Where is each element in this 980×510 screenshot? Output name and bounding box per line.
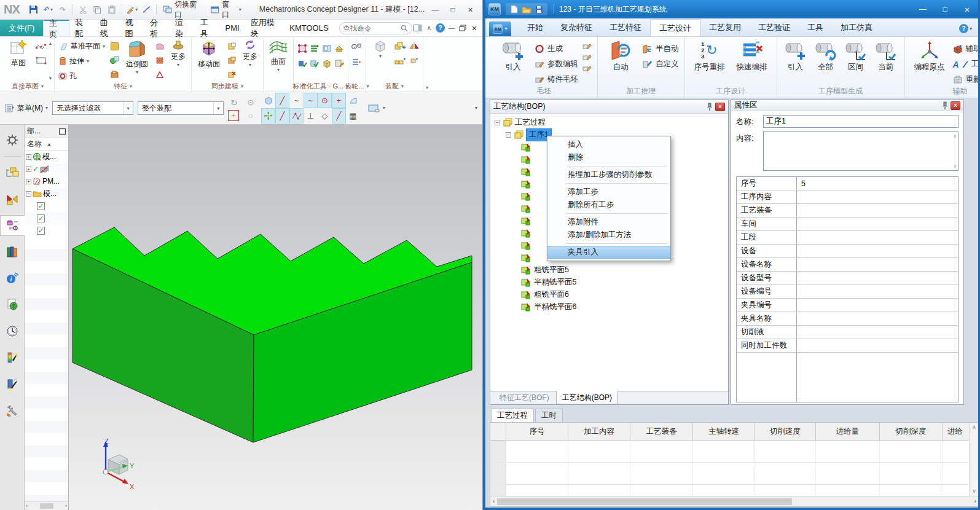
expand-icon[interactable]: +	[26, 179, 31, 184]
search-input[interactable]	[343, 25, 399, 32]
tab-complex-feature[interactable]: 复杂特征	[552, 19, 601, 36]
pattern-component-button[interactable]	[394, 55, 406, 67]
assembly-navigator-icon[interactable]	[2, 162, 23, 183]
collapse-icon[interactable]: −	[506, 132, 511, 138]
tab-process-feature[interactable]: 工艺特征	[601, 19, 650, 36]
group-dialog-icon[interactable]: ▾	[241, 84, 243, 89]
save-button[interactable]	[27, 3, 41, 17]
part-navigator-icon[interactable]	[0, 215, 25, 236]
property-row[interactable]: 切削液	[737, 326, 958, 339]
table-hscrollbar[interactable]: ‹ ›	[490, 496, 979, 506]
ribbon-overflow-icon[interactable]: ▾	[426, 85, 428, 90]
web-browser-icon[interactable]	[2, 294, 23, 315]
tab-process-design[interactable]: 工艺设计	[650, 19, 700, 36]
std-tool-3-button[interactable]	[322, 44, 332, 53]
snap-endpoint-icon[interactable]: ╱	[275, 93, 289, 108]
property-row[interactable]: 工艺装备	[737, 204, 958, 218]
tab-process-reuse[interactable]: 工艺复用	[700, 19, 750, 36]
scroll-up-icon[interactable]: ▴	[49, 41, 52, 46]
programming-origin-button[interactable]: 编程原点	[911, 40, 949, 88]
move-component-button[interactable]	[408, 55, 420, 67]
property-row[interactable]: 设备	[737, 245, 958, 258]
blank-generate-button[interactable]: 生成	[535, 41, 578, 57]
tab-curve[interactable]: 曲线	[95, 20, 120, 36]
name-column-header[interactable]: 名称 ▴	[25, 138, 68, 151]
tree-node-rough-mill-5[interactable]: 粗铣平面5	[490, 264, 728, 276]
new-file-icon[interactable]	[510, 5, 518, 14]
blank-param-edit-button[interactable]: 参数编辑	[535, 57, 578, 72]
group-dialog-icon[interactable]: ▾	[41, 84, 44, 89]
snap-intersection-icon[interactable]: +	[332, 93, 346, 108]
snap-existing-point-icon[interactable]: ◇	[318, 108, 332, 124]
shell-select-icon[interactable]: ○	[245, 109, 257, 122]
open-file-icon[interactable]	[522, 6, 531, 14]
menu-item-fixture-import[interactable]: 夹具引入	[547, 246, 670, 259]
tab-start[interactable]: 开始	[519, 19, 552, 36]
std-tool-4-button[interactable]	[334, 44, 344, 53]
delete-face-button[interactable]	[225, 68, 238, 80]
opmodel-import-button[interactable]: 引入	[783, 40, 809, 88]
pin-icon[interactable]	[942, 101, 948, 109]
blank-import-button[interactable]: 引入	[496, 40, 530, 88]
std-tool-8-button[interactable]	[334, 58, 344, 68]
sync-more-button[interactable]: 更多 ▾	[240, 39, 261, 82]
sketch-wizard-icon[interactable]	[2, 374, 23, 394]
row-header[interactable]	[490, 441, 506, 462]
tree-node-semifinish-mill-5[interactable]: 半精铣平面5	[490, 276, 728, 288]
checkbox-checked-icon[interactable]: ✓	[37, 227, 45, 235]
tab-tools[interactable]: 工具	[195, 20, 220, 36]
km-close-button[interactable]: ×	[956, 2, 978, 17]
quick-arrange-button[interactable]: 快速编排	[733, 40, 771, 88]
tab-process-verify[interactable]: 工艺验证	[750, 19, 799, 36]
column-header[interactable]: 切削速度	[755, 423, 816, 440]
property-row[interactable]: 同时加工件数	[737, 339, 958, 353]
snap-solid-icon[interactable]	[261, 93, 275, 108]
menu-button[interactable]: 菜单(M)▾	[5, 103, 48, 114]
paste-button[interactable]	[105, 3, 119, 17]
property-row[interactable]: 夹具编号	[737, 299, 958, 312]
std-tool-5-button[interactable]	[297, 58, 307, 68]
snap-midpoint-icon[interactable]: ╱	[275, 108, 289, 124]
reload-pmi-button[interactable]: 重新加载PMI	[953, 72, 980, 87]
scroll-thumb[interactable]	[497, 498, 792, 505]
dialog-rail-button[interactable]	[412, 22, 423, 34]
group-dialog-icon[interactable]: ▾	[401, 84, 404, 89]
custom-inference-button[interactable]: 自定义	[642, 57, 679, 72]
tab-tools[interactable]: 工具	[799, 19, 832, 36]
history-icon[interactable]	[2, 321, 23, 342]
snap-point-toggle[interactable]: +	[228, 110, 239, 121]
rectangle-button[interactable]	[35, 54, 47, 66]
hole-button[interactable]: 孔	[57, 69, 106, 82]
tools-icon[interactable]	[2, 400, 23, 421]
format-brush-button[interactable]: ▾	[125, 3, 139, 17]
rectangle-select-button[interactable]: ▾	[368, 104, 385, 113]
replace-face-button[interactable]	[225, 40, 238, 52]
boolean-button[interactable]	[108, 54, 120, 66]
add-component-button[interactable]	[394, 40, 406, 52]
std-tool-1-button[interactable]	[297, 44, 307, 53]
tree-item-camera[interactable]: + ✓	[25, 163, 68, 175]
menu-item-add-step[interactable]: 添加工步	[547, 186, 670, 198]
snap-grid-icon[interactable]: ▦	[346, 108, 360, 124]
property-row[interactable]: 夹具名称	[737, 312, 958, 326]
history-feature-row[interactable]: ✓	[25, 212, 68, 224]
operation-content-textarea[interactable]: ∧ ∨	[763, 131, 958, 171]
menu-item-infer-cut-params[interactable]: 推理加工步骤的切削参数	[547, 168, 670, 181]
opmodel-current-button[interactable]: 当前	[873, 40, 899, 88]
blank-edit-icon[interactable]	[582, 53, 592, 62]
opmodel-range-button[interactable]: 区间	[843, 40, 869, 88]
km-app-button[interactable]: KM ▾	[489, 22, 511, 36]
draft-button[interactable]	[154, 54, 166, 66]
column-header[interactable]: 加工内容	[568, 423, 630, 440]
help-button[interactable]: ?	[434, 22, 445, 34]
row-header[interactable]	[490, 463, 506, 484]
tab-analysis[interactable]: 分析	[144, 20, 170, 36]
menu-item-add-attachment[interactable]: 添加附件	[547, 216, 670, 229]
close-panel-button[interactable]: ×	[951, 101, 960, 110]
hd3d-tools-icon[interactable]: i	[2, 268, 23, 289]
column-header[interactable]: 切削深度	[880, 423, 943, 440]
unite-button[interactable]	[108, 40, 120, 52]
tab-home[interactable]: 主页	[43, 20, 69, 36]
visual-reports-icon[interactable]	[2, 347, 23, 368]
blank-edit-icon[interactable]	[582, 42, 592, 51]
